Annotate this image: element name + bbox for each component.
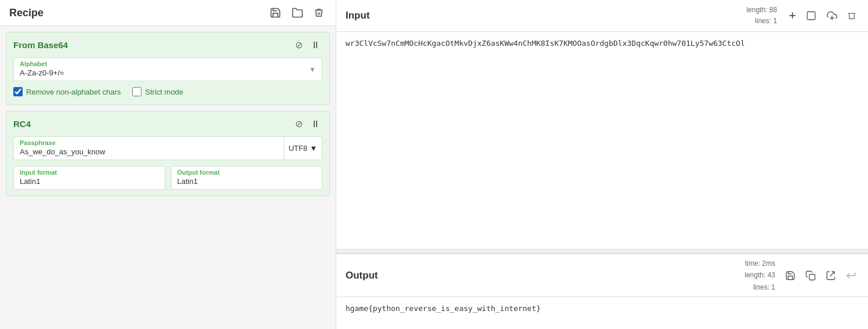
passphrase-value[interactable]: As_we_do_as_you_know [20, 147, 278, 156]
from-base64-card: From Base64 ⊘ ⏸ Alphabet A-Za-z0-9+/= ▼ … [6, 32, 330, 105]
output-meta: time: 2ms length: 43 lines: 1 [744, 258, 775, 293]
output-content: hgame{python_reverse_is_easy_with_intern… [346, 304, 541, 313]
output-format-value[interactable]: Latin1 [177, 177, 317, 186]
rc4-card: RC4 ⊘ ⏸ Passphrase As_we_do_as_you_know … [6, 111, 330, 196]
output-send-input-button[interactable] [823, 269, 839, 282]
input-add-button[interactable]: + [786, 7, 798, 24]
alphabet-label: Alphabet [20, 60, 316, 67]
panel-divider[interactable]: · · · · · · · · [336, 249, 868, 254]
input-title: Input [346, 10, 746, 21]
left-panel: Recipe [0, 0, 336, 329]
utf8-dropdown-arrow: ▼ [310, 144, 317, 153]
strict-mode-checkbox-item[interactable]: Strict mode [132, 87, 183, 96]
svg-rect-1 [809, 274, 815, 280]
right-panel: Input length: 88 lines: 1 + [336, 0, 868, 329]
alphabet-dropdown-arrow: ▼ [309, 66, 316, 74]
remove-nonalpha-checkbox-item[interactable]: Remove non-alphabet chars [13, 87, 121, 96]
input-lines-label: lines: [755, 17, 771, 25]
from-base64-title: From Base64 [13, 40, 293, 50]
output-length-label: length: [744, 271, 765, 279]
input-format-field: Input format Latin1 [13, 166, 165, 190]
output-time-value: 2ms [762, 259, 775, 267]
rc4-pause-button[interactable]: ⏸ [308, 118, 322, 131]
input-open-button[interactable] [803, 9, 819, 22]
output-title: Output [346, 270, 744, 281]
output-format-label: Output format [177, 169, 317, 176]
output-undo-button[interactable]: ↩ [844, 267, 859, 284]
rc4-actions: ⊘ ⏸ [293, 117, 322, 131]
from-base64-actions: ⊘ ⏸ [293, 38, 322, 52]
svg-rect-0 [807, 12, 815, 20]
rc4-header: RC4 ⊘ ⏸ [13, 117, 322, 131]
passphrase-field-group: Passphrase As_we_do_as_you_know [13, 136, 284, 160]
format-row: Input format Latin1 Output format Latin1 [13, 166, 322, 190]
output-format-field: Output format Latin1 [171, 166, 323, 190]
input-load-button[interactable] [824, 9, 840, 22]
input-meta: length: 88 lines: 1 [746, 5, 777, 27]
input-format-value[interactable]: Latin1 [20, 177, 159, 186]
remove-nonalpha-checkbox[interactable] [13, 87, 23, 96]
input-header-actions: + [786, 7, 859, 24]
strict-mode-label: Strict mode [145, 88, 183, 96]
alphabet-value[interactable]: A-Za-z0-9+/= [20, 68, 316, 77]
recipe-title: Recipe [9, 7, 263, 19]
from-base64-header: From Base64 ⊘ ⏸ [13, 38, 322, 52]
utf8-select[interactable]: UTF8 ▼ [284, 136, 322, 160]
output-copy-button[interactable] [803, 269, 818, 282]
output-time-label: time: [745, 259, 760, 267]
passphrase-row: Passphrase As_we_do_as_you_know UTF8 ▼ [13, 136, 322, 160]
input-header: Input length: 88 lines: 1 + [336, 0, 868, 32]
output-section: Output time: 2ms length: 43 lines: 1 [336, 254, 868, 329]
input-format-label: Input format [20, 169, 159, 176]
output-header-actions: ↩ [782, 267, 859, 284]
from-base64-disable-button[interactable]: ⊘ [293, 38, 305, 52]
recipe-header: Recipe [0, 0, 336, 26]
checkbox-row: Remove non-alphabet chars Strict mode [13, 87, 322, 96]
recipe-header-icons [267, 6, 326, 20]
svg-line-2 [830, 272, 835, 276]
input-textarea[interactable] [336, 32, 868, 249]
passphrase-label: Passphrase [20, 139, 278, 146]
remove-nonalpha-label: Remove non-alphabet chars [26, 88, 121, 96]
rc4-title: RC4 [13, 119, 293, 129]
input-delete-button[interactable] [845, 9, 859, 22]
output-length-value: 43 [768, 271, 775, 279]
rc4-disable-button[interactable]: ⊘ [293, 117, 305, 131]
strict-mode-checkbox[interactable] [132, 87, 141, 96]
delete-recipe-button[interactable] [311, 6, 326, 20]
alphabet-field-group: Alphabet A-Za-z0-9+/= ▼ [13, 57, 322, 81]
utf8-label: UTF8 [289, 144, 308, 153]
output-lines-value: 1 [771, 283, 775, 291]
output-textarea: hgame{python_reverse_is_easy_with_intern… [336, 297, 868, 329]
from-base64-pause-button[interactable]: ⏸ [308, 39, 322, 52]
save-recipe-button[interactable] [267, 6, 284, 20]
output-save-button[interactable] [782, 269, 798, 282]
input-lines-value: 1 [773, 17, 777, 25]
output-header: Output time: 2ms length: 43 lines: 1 [336, 254, 868, 297]
input-length-label: length: [746, 6, 767, 14]
output-lines-label: lines: [753, 283, 769, 291]
input-length-value: 88 [769, 6, 777, 14]
open-recipe-button[interactable] [289, 6, 306, 20]
